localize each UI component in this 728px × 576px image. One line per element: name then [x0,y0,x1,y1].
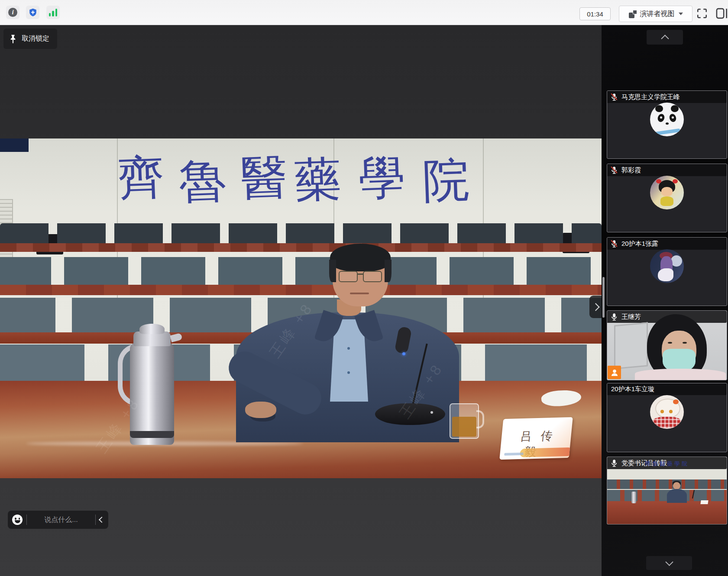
meeting-window: i 01:34 演讲者视图 [0,0,728,576]
chat-input[interactable]: 说点什么... [31,515,91,525]
meeting-timer: 01:34 [579,7,611,20]
mic-muted-icon [610,239,618,248]
avatar-panda [650,103,684,136]
view-mode-button[interactable]: 演讲者视图 [619,6,692,22]
participant-name: 20护本1张露 [621,240,658,248]
participant-tile[interactable]: 郭彩霞 [607,164,727,232]
wall-banner-char: 魯 [178,152,227,210]
unpin-button[interactable]: 取消锁定 [3,29,57,49]
participant-label: 20护本1张露 [607,238,727,250]
scroll-down-button[interactable] [646,556,692,570]
chat-collapse-button[interactable] [99,517,105,523]
mini-wall-banner: 齊魯醫藥學院 [607,460,727,468]
mic-muted-icon [610,93,618,101]
fullscreen-button[interactable] [695,6,709,21]
sidebar-scrollbar[interactable] [602,277,605,318]
plaid-scarf [653,417,681,428]
wall-banner-char: 藥 [294,151,342,208]
unpin-label: 取消锁定 [22,34,49,43]
signal-icon [49,9,58,16]
participant-tile[interactable]: 齊魯醫藥學院 党委书记吕传毅 [607,457,727,525]
mic-on-icon [610,312,618,321]
wall-banner-char: 院 [422,151,470,209]
participant-name: 郭彩霞 [621,166,641,174]
chevron-down-icon [665,558,673,566]
network-quality-button[interactable] [46,6,60,19]
wall-banner-char: 學 [358,149,406,206]
scroll-up-button[interactable] [647,30,683,45]
pinned-speaker-video: 齊 魯 醫 藥 學 院 [0,138,602,478]
participant-name: 王继芳 [621,313,641,321]
caret-down-icon [679,13,683,15]
main-video-stage: 取消锁定 齊 魯 醫 藥 學 院 [0,25,602,576]
tea-glass [450,403,479,439]
side-panel-icon [715,8,728,19]
glasses [339,271,382,281]
side-panel-toggle-button[interactable] [715,6,728,21]
participant-tile[interactable]: 20护本1车立璇 [607,383,727,452]
pushpin-icon [9,34,17,44]
shield-plus-icon [28,8,38,17]
participants-sidebar: 马克思主义学院王峰 郭彩霞 [602,25,728,576]
participant-name: 20护本1车立璇 [611,385,654,393]
chevron-up-icon [661,35,669,42]
participant-tile[interactable]: 20护本1张露 [607,237,727,306]
table-row [0,285,602,295]
chat-quick-bar: 说点什么... [8,511,108,529]
microphone-led [402,352,405,355]
sidebar-collapse-handle[interactable] [589,296,602,318]
chevron-right-icon [592,303,599,311]
participant-name: 马克思主义学院王峰 [621,93,680,101]
presenter-badge [608,366,621,379]
security-button[interactable] [26,6,39,19]
mic-muted-icon [610,166,618,174]
view-mode-label: 演讲者视图 [640,10,675,19]
wall-banner-char: 齊 [117,149,165,206]
wall-screen [0,138,29,152]
fullscreen-icon [696,8,708,19]
participant-label: 郭彩霞 [607,164,727,176]
participant-tile[interactable]: 马克思主义学院王峰 [607,90,727,159]
name-card: 吕传毅 [499,417,573,460]
meeting-info-button[interactable]: i [6,6,19,19]
table-row-back [0,243,602,252]
wall-banner-char: 醫 [240,149,288,206]
divider [26,515,27,525]
emoji-button[interactable] [12,515,23,525]
participant-label: 20护本1车立璇 [607,383,727,395]
participant-tile[interactable]: 王继芳 [607,310,727,380]
avatar-chibi [650,395,684,429]
top-toolbar: i 01:34 演讲者视图 [0,0,728,25]
speaker-view-icon [629,10,637,18]
info-icon: i [8,8,17,17]
person-icon [610,368,619,377]
divider [95,515,96,525]
avatar-anime-girl [650,249,684,283]
avatar-cartoon-girl [650,176,684,209]
participant-label: 马克思主义学院王峰 [607,91,727,103]
